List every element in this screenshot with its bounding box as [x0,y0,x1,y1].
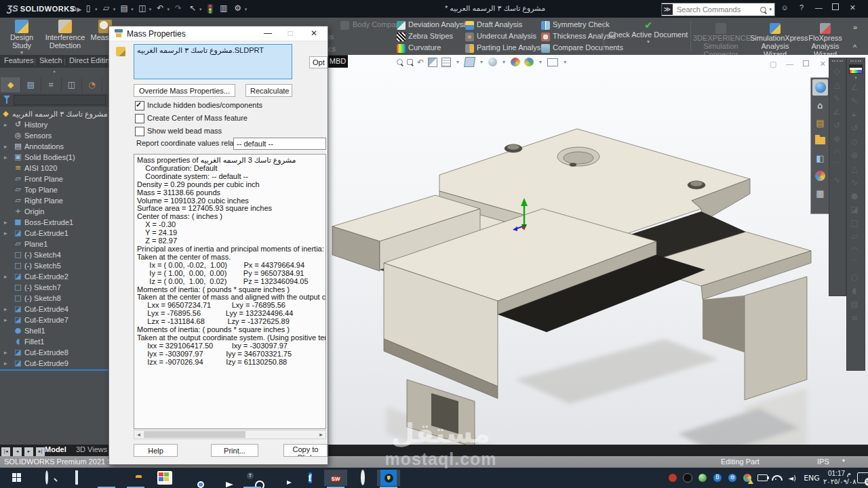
zebra-stripes-icon[interactable] [397,33,406,41]
interference-detection-button[interactable]: Interference Detection [42,20,88,49]
file-properties-icon[interactable]: ▥ [218,3,230,13]
tree-item[interactable]: □ (-) Sketch8 [0,293,108,304]
tree-item[interactable]: ◆ مشروع تاسك ٣ الرسمه الغربيه (D [0,108,108,119]
doc-restore-icon[interactable] [800,60,813,68]
options-caret-icon[interactable]: ▾ [245,7,248,12]
tray-settings-wrench-icon[interactable]: ⚙ [727,472,738,483]
close-button[interactable]: ✕ [845,3,860,12]
ribbon-overflow-chevron[interactable]: » [853,23,857,31]
taskbar-app-button[interactable] [153,470,176,486]
taskpane-file-explorer-tab[interactable] [812,132,828,148]
tree-item[interactable]: ▸ ◪ Cut-Extrude4 [0,304,108,314]
show-weld-bead-checkbox[interactable] [135,127,144,136]
tree-item[interactable]: ◖ Fillet1 [0,336,108,347]
tree-item[interactable]: □ (-) Sketch4 [0,249,108,260]
notification-center-icon[interactable]: 19 [857,472,868,483]
tree-item[interactable]: ▱ Plane1 [0,239,108,249]
doc-cascade-icon[interactable]: ▢ [766,60,780,68]
tray-idm-icon[interactable] [667,472,678,483]
undo-icon[interactable]: ↶ [154,3,166,13]
search-input[interactable]: Search Commands [677,5,760,14]
taskbar-app-button[interactable] [270,470,293,486]
tree-item[interactable]: ▱ Top Plane [0,184,108,195]
doc-close-icon[interactable]: ✕ [816,60,829,68]
tab-scroll-first-button[interactable]: |◂ [1,447,10,456]
simulationxpress-wizard-button[interactable]: SimulationXpress Analysis Wizard [750,23,800,58]
tab-dimxpertmanager[interactable]: ◫ [62,77,82,92]
tree-item[interactable]: ● Shell1 [0,325,108,336]
taskbar-app-button[interactable] [377,470,400,486]
tray-wifi-icon[interactable] [772,472,783,483]
tree-item[interactable]: ▸ ◪ Cut-Extrude1 [0,228,108,239]
display-style-icon[interactable] [488,58,497,66]
draft-analysis-icon[interactable] [465,21,474,30]
tree-item[interactable]: □ (-) Sketch5 [0,260,108,271]
options-gear-icon[interactable]: ⚙ [232,3,244,13]
tree-item[interactable]: ▸ ◪ Cut-Extrude8 [0,347,108,358]
expand-arrow-icon[interactable]: ▸ [4,347,7,358]
dialog-close-button[interactable]: ✕ [306,28,322,38]
open-caret-icon[interactable]: ▾ [113,7,116,12]
taskbar-app-button[interactable]: T [241,470,264,486]
taskbar-app-button[interactable] [212,470,235,486]
tree-item[interactable]: ▱ Right Plane [0,195,108,206]
coordinate-system-dropdown[interactable]: -- default -- [233,138,326,150]
expand-arrow-icon[interactable]: ▸ [4,152,7,163]
edit-appearance-icon[interactable] [511,58,520,66]
toolbar-drag-handle[interactable] [850,60,861,62]
scrollbar-thumb[interactable] [144,431,245,438]
tab-scroll-prev-button[interactable]: ◂ [13,447,22,456]
expand-arrow-icon[interactable]: ▸ [4,358,7,369]
include-hidden-checkbox[interactable] [135,101,144,110]
tree-item[interactable]: ▱ Front Plane [0,174,108,184]
appearance-swatch-icon[interactable] [849,64,863,74]
scroll-left-arrow-icon[interactable]: ◂ [134,430,143,439]
tray-app-icon[interactable] [682,472,693,483]
units-caret-icon[interactable]: ▾ [842,458,845,464]
recalculate-button[interactable]: Recalculate [245,84,292,97]
search-commands-box[interactable]: ≫ Search Commands ▾ [661,3,775,16]
swatch-caret-icon[interactable]: ▾ [847,75,865,81]
home-icon[interactable]: ⌂ [68,3,80,13]
view-settings-monitor-icon[interactable] [547,58,558,66]
doc-minimize-icon[interactable]: — [783,60,796,68]
tab-scroll-next-button[interactable]: ▸ [24,447,33,456]
open-icon[interactable]: ▱ [100,3,113,13]
user-account-icon[interactable]: ☺ [777,3,792,12]
tree-item[interactable]: ▸ ◪ Cut-Extrude2 [0,271,108,282]
tab-featuremanager[interactable]: ◆ [1,77,21,92]
hud-caret-icon[interactable]: ▾ [456,59,459,65]
tree-filter-input[interactable] [14,95,106,105]
tree-item[interactable]: ▸ ◪ Cut-Extrude7 [0,314,108,325]
taskpane-3dexperience-tab[interactable] [812,79,828,96]
expand-arrow-icon[interactable]: ▸ [4,314,7,325]
select-caret-icon[interactable]: ▾ [199,7,202,12]
search-icon[interactable] [760,7,766,13]
select-cursor-icon[interactable]: ↖ [186,3,199,13]
taskbar-app-button[interactable] [182,470,205,486]
hud-caret-icon[interactable]: ▾ [480,59,483,65]
new-caret-icon[interactable]: ▾ [95,7,98,12]
ribbon-collapse-arrow[interactable]: ^ [853,43,856,52]
taskbar-app-button[interactable] [65,470,88,486]
taskbar-app-button[interactable]: SW [324,470,347,486]
taskpane-appearances-tab[interactable] [812,167,828,184]
tray-volume-icon[interactable]: ◄) [787,472,797,483]
undercut-analysis-label[interactable]: Undercut Analysis [477,32,536,40]
zebra-stripes-label[interactable]: Zebra Stripes [408,32,453,40]
tab-sketch[interactable]: Sketch [39,56,62,64]
design-study-button[interactable]: Design Study ▾ [3,20,41,56]
taskpane-design-library-tab[interactable]: ▤ [812,115,828,131]
report-horizontal-scrollbar[interactable]: ◂ ▸ [134,430,326,439]
panel-splitter-handle[interactable]: • [0,68,108,77]
tray-language-indicator[interactable]: ENG [803,472,821,483]
print-icon[interactable]: ◫ [136,3,149,13]
tree-item[interactable]: ▸ ◪ Cut-Extrude9 [0,358,108,369]
help-button[interactable]: Help [134,444,178,457]
print-caret-icon[interactable]: ▾ [149,7,152,12]
rollback-bar[interactable] [0,369,108,371]
tray-pie-warning-icon[interactable] [742,472,753,483]
mass-properties-report[interactable]: Mass properties of مشروع تاسك 3 الرسمه ا… [134,154,326,429]
tray-clock[interactable]: 01:17 م ٢٠٢٥/٠٩/٠٨ [823,470,856,486]
taskbar-app-button[interactable] [95,470,118,486]
